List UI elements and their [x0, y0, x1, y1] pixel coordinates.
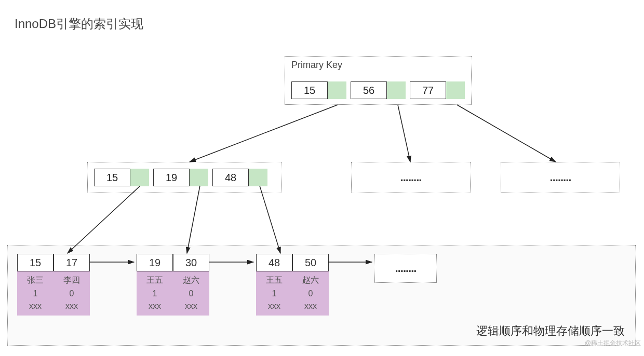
internal-ptr — [249, 169, 267, 186]
root-ptr — [446, 81, 465, 99]
leaf-cell: xxx — [65, 302, 78, 311]
leaf-data: 李四 0 xxx — [53, 271, 90, 316]
leaf-data: 赵六 0 xxx — [173, 271, 209, 316]
ellipsis-text: ........ — [395, 262, 417, 275]
leaf-data: 王五 1 xxx — [137, 271, 173, 316]
root-key: 15 — [291, 81, 328, 99]
leaf-cell: 1 — [153, 289, 157, 298]
watermark: @稀土掘金技术社区 — [585, 339, 641, 348]
ellipsis-text: ........ — [550, 171, 571, 184]
arrow — [187, 186, 200, 253]
leaf-data: 赵六 0 xxx — [292, 271, 329, 316]
arrow — [260, 186, 280, 253]
internal-ptr — [130, 169, 149, 186]
leaf-cell: 王五 — [146, 275, 163, 286]
leaf-ellipsis: ........ — [374, 254, 437, 283]
leaf-cell: xxx — [268, 302, 280, 311]
page-title: InnoDB引擎的索引实现 — [15, 16, 143, 32]
leaf-key: 30 — [173, 254, 209, 271]
arrow — [190, 105, 338, 162]
internal-node: 15 19 48 — [87, 162, 281, 193]
internal-ellipsis: ........ — [351, 162, 471, 193]
root-ptr — [328, 81, 346, 99]
root-label: Primary Key — [291, 60, 342, 71]
internal-ellipsis: ........ — [501, 162, 620, 193]
leaf-key: 15 — [17, 254, 53, 271]
arrow — [457, 105, 556, 162]
leaf-cell: 赵六 — [302, 275, 319, 286]
root-ptr — [387, 81, 406, 99]
root-key: 56 — [351, 81, 387, 99]
leaf-key: 50 — [292, 254, 329, 271]
leaf-cell: 赵六 — [183, 275, 199, 286]
leaf-cell: xxx — [304, 302, 317, 311]
internal-ptr — [190, 169, 208, 186]
leaf-cell: 1 — [272, 289, 277, 298]
leaf-node: 48 王五 1 xxx 50 赵六 0 xxx — [256, 254, 329, 316]
root-key: 77 — [410, 81, 446, 99]
internal-key: 15 — [94, 169, 130, 186]
ellipsis-text: ........ — [400, 171, 422, 184]
leaf-data: 张三 1 xxx — [17, 271, 53, 316]
leaf-cell: 0 — [70, 289, 74, 298]
leaf-area: 15 张三 1 xxx 17 李四 0 xxx 19 王五 1 xxx — [7, 245, 636, 346]
leaf-data: 王五 1 xxx — [256, 271, 292, 316]
leaf-caption: 逻辑顺序和物理存储顺序一致 — [476, 323, 625, 339]
leaf-key: 19 — [137, 254, 173, 271]
leaf-cell: 0 — [189, 289, 194, 298]
internal-key: 19 — [153, 169, 190, 186]
root-node: Primary Key 15 56 77 — [285, 56, 472, 105]
leaf-key: 48 — [256, 254, 292, 271]
leaf-node: 19 王五 1 xxx 30 赵六 0 xxx — [137, 254, 209, 316]
arrow — [68, 186, 140, 253]
leaf-cell: 1 — [33, 289, 38, 298]
leaf-cell: 王五 — [266, 275, 283, 286]
leaf-cell: 0 — [308, 289, 313, 298]
leaf-cell: xxx — [29, 302, 42, 311]
leaf-node: 15 张三 1 xxx 17 李四 0 xxx — [17, 254, 90, 316]
leaf-cell: 李四 — [63, 275, 80, 286]
leaf-key: 17 — [53, 254, 90, 271]
leaf-cell: xxx — [185, 302, 197, 311]
internal-key: 48 — [212, 169, 249, 186]
leaf-cell: 张三 — [27, 275, 44, 286]
arrow — [398, 105, 410, 162]
leaf-cell: xxx — [149, 302, 161, 311]
